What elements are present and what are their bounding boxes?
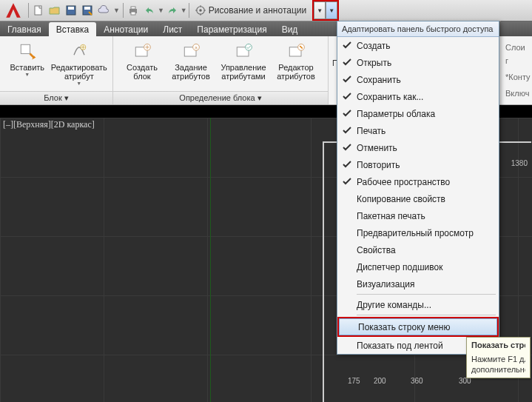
- tab-layout[interactable]: Лист: [155, 22, 189, 36]
- open-icon[interactable]: [47, 2, 63, 19]
- dd-item-batchplot[interactable]: Пакетная печать: [337, 207, 499, 224]
- attribute-editor-button[interactable]: Редактор атрибутов: [272, 39, 320, 82]
- dd-item-render[interactable]: Визуализация: [337, 275, 499, 292]
- side-contour-label[interactable]: *Конту: [505, 70, 529, 84]
- customize-qat-dropdown: Адаптировать панель быстрого доступа Соз…: [337, 21, 499, 355]
- check-icon: [342, 74, 352, 84]
- customize-qat-chevron-icon[interactable]: ▼: [326, 1, 337, 19]
- undo-icon[interactable]: [141, 2, 158, 19]
- check-icon: [342, 159, 352, 170]
- dropdown-separator: [357, 315, 496, 315]
- tooltip-title: Показать строку: [471, 341, 525, 349]
- save-icon[interactable]: [63, 2, 79, 19]
- dim-1380: 1380: [511, 159, 528, 167]
- define-attributes-button[interactable]: a Задание атрибутов: [166, 39, 215, 82]
- guide-vertical: [210, 118, 211, 402]
- dd-item-redo[interactable]: Повторить: [337, 156, 499, 173]
- tab-parametric[interactable]: Параметризация: [189, 22, 274, 36]
- print-icon[interactable]: [125, 2, 141, 19]
- dd-item-sheetset[interactable]: Диспетчер подшивок: [337, 258, 499, 275]
- quick-access-toolbar: ▼ ▼ ▼ Рисование и аннотации ▼ ▼: [0, 0, 532, 21]
- dd-item-saveas[interactable]: Сохранить как...: [337, 88, 499, 105]
- right-panel-partial: Слои г *Конту Включ: [502, 36, 532, 104]
- app-logo[interactable]: [0, 0, 27, 21]
- tab-home[interactable]: Главная: [0, 22, 49, 36]
- dd-item-undo[interactable]: Отменить: [337, 139, 499, 156]
- saveas-icon[interactable]: [79, 2, 95, 19]
- check-icon: [342, 91, 352, 101]
- svg-rect-10: [21, 44, 30, 53]
- tooltip: Показать строку Нажмите F1 для дополните…: [466, 337, 531, 378]
- dd-item-cloud[interactable]: Параметры облака: [337, 105, 499, 122]
- tab-insert[interactable]: Вставка: [49, 22, 97, 36]
- define-attributes-label: Задание атрибутов: [172, 63, 210, 81]
- tooltip-body-2: дополнительно: [471, 364, 525, 375]
- svg-text:a: a: [195, 44, 198, 50]
- dd-item-print[interactable]: Печать: [337, 122, 499, 139]
- dropdown-title: Адаптировать панель быстрого доступа: [337, 21, 499, 37]
- dropdown-separator: [357, 294, 496, 295]
- redo-icon[interactable]: [164, 2, 181, 19]
- dd-item-new[interactable]: Создать: [337, 37, 499, 54]
- check-icon: [342, 57, 352, 67]
- svg-rect-0: [35, 6, 41, 15]
- check-icon: [342, 40, 352, 50]
- tooltip-body-1: Нажмите F1 для: [471, 354, 525, 364]
- chevron-down-icon[interactable]: ▼: [158, 7, 164, 14]
- workspace-chevron-icon[interactable]: ▼: [314, 1, 326, 19]
- manage-attributes-label: Управление атрибутами: [220, 63, 266, 81]
- svg-rect-6: [131, 7, 135, 9]
- dd-item-highlight: Показать строку меню: [337, 317, 499, 337]
- tab-annotate[interactable]: Аннотации: [96, 22, 155, 36]
- svg-point-18: [246, 44, 252, 50]
- workspace-selector[interactable]: Рисование и аннотации: [191, 2, 311, 19]
- dd-item-open[interactable]: Открыть: [337, 54, 499, 71]
- chevron-down-icon[interactable]: ▼: [113, 7, 120, 14]
- dd-item-save[interactable]: Сохранить: [337, 71, 499, 88]
- check-icon: [342, 125, 352, 135]
- attribute-editor-label: Редактор атрибутов: [277, 63, 315, 81]
- create-block-button[interactable]: Создать блок: [118, 39, 166, 82]
- svg-rect-7: [131, 12, 135, 15]
- side-enable-label[interactable]: Включ: [505, 87, 529, 100]
- insert-button[interactable]: Вставить ▼: [4, 39, 50, 78]
- manage-attributes-button[interactable]: Управление атрибутами: [215, 39, 272, 82]
- svg-rect-4: [84, 7, 90, 10]
- viewport-label[interactable]: [–][Верхняя][2D каркас]: [3, 119, 95, 130]
- create-block-label: Создать блок: [127, 63, 158, 81]
- dd-item-properties[interactable]: Свойства: [337, 241, 499, 258]
- edit-attribute-button[interactable]: Редактировать атрибут ▼: [50, 39, 108, 87]
- dd-item-matchprop[interactable]: Копирование свойств: [337, 190, 499, 207]
- side-layers-label[interactable]: Слои г: [505, 41, 529, 67]
- edit-attribute-label: Редактировать атрибут: [51, 63, 107, 81]
- panel-block-footer[interactable]: Блок ▾: [0, 91, 112, 104]
- check-icon: [342, 176, 352, 187]
- new-icon[interactable]: [30, 2, 47, 19]
- dim-200: 200: [374, 377, 386, 385]
- dd-item-morecommands[interactable]: Другие команды...: [337, 296, 499, 313]
- svg-rect-2: [68, 7, 74, 10]
- dim-175: 175: [348, 377, 360, 385]
- svg-point-9: [199, 9, 202, 12]
- insert-label: Вставить: [10, 63, 44, 72]
- panel-blockdef-footer[interactable]: Определение блока ▾: [113, 91, 328, 104]
- dim-360: 360: [411, 377, 423, 385]
- cloud-icon[interactable]: [95, 2, 112, 19]
- tab-view[interactable]: Вид: [275, 22, 306, 36]
- dd-item-showmenubar[interactable]: Показать строку меню: [339, 318, 497, 335]
- check-icon: [342, 142, 352, 153]
- check-icon: [342, 108, 352, 118]
- dd-item-plotpreview[interactable]: Предварительный просмотр: [337, 224, 499, 241]
- dd-item-workspace[interactable]: Рабочее пространство: [337, 173, 499, 190]
- qat-dropdown-highlight: ▼ ▼: [312, 0, 339, 21]
- chevron-down-icon[interactable]: ▼: [181, 7, 187, 14]
- workspace-label: Рисование и аннотации: [209, 5, 306, 16]
